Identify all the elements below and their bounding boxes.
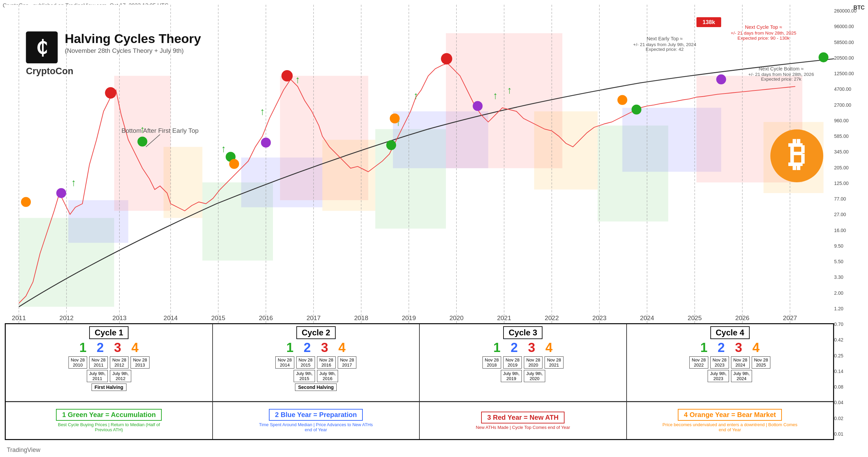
cycle1-date-jul2: July 9th,2012: [110, 370, 131, 382]
cycle3-title: Cycle 3: [503, 326, 542, 339]
cycle1-num2: 2: [97, 340, 104, 355]
green-year-sublabel: Best Cycle Buying Prices | Return to Med…: [51, 422, 166, 432]
svg-text:Expected price: 27k: Expected price: 27k: [761, 77, 801, 82]
cycle3-num2: 2: [511, 340, 518, 355]
orange-year-section: 4 Orange Year = Bear Market Price become…: [627, 402, 833, 439]
cycle1-num3: 3: [114, 340, 121, 355]
cycle1-halving-label: First Halving: [92, 383, 126, 391]
svg-text:↑: ↑: [260, 106, 265, 117]
svg-point-59: [716, 75, 726, 84]
svg-text:↑: ↑: [71, 177, 76, 188]
cycle4-title: Cycle 4: [710, 326, 750, 339]
cycle2-num2: 2: [304, 340, 311, 355]
cycle3-date-nov1: Nov 282018: [482, 356, 501, 369]
svg-text:Expected price: 42: Expected price: 42: [646, 47, 684, 52]
svg-text:2016: 2016: [259, 314, 273, 321]
red-year-sublabel: New ATHs Made | Cycle Top Comes end of Y…: [476, 425, 570, 430]
cycle4-num4: 4: [752, 340, 760, 355]
svg-point-44: [137, 137, 147, 146]
cycle2-block: Cycle 2 1 2 3 4 Nov 282014 Nov 282015 No…: [213, 324, 420, 401]
cycle2-num4: 4: [338, 340, 346, 355]
cycle2-num1: 1: [286, 340, 293, 355]
orange-year-label: 4 Orange Year = Bear Market: [678, 409, 782, 421]
svg-text:CryptoCon: CryptoCon: [26, 65, 73, 76]
cycle4-block: Cycle 4 1 2 3 4 Nov 282022 Nov 282023 No…: [627, 324, 833, 401]
green-year-label: 1 Green Year = Accumulation: [56, 409, 162, 421]
cycle3-date-jul2: July 9th,2020: [524, 370, 545, 382]
svg-rect-8: [322, 140, 375, 211]
svg-point-47: [632, 105, 642, 115]
svg-text:2026: 2026: [735, 314, 750, 321]
svg-point-58: [473, 101, 482, 111]
tradingview-label: TradingView: [7, 446, 40, 454]
svg-text:+/- 21 days from Nov 28th, 202: +/- 21 days from Nov 28th, 2025: [731, 30, 796, 36]
cycle2-num3: 3: [321, 340, 328, 355]
svg-text:2024: 2024: [640, 314, 654, 321]
svg-text:2014: 2014: [163, 314, 178, 321]
y-axis-currency-label: BTC: [853, 5, 865, 11]
cycle3-num3: 3: [528, 340, 535, 355]
svg-point-53: [229, 159, 239, 169]
cycle2-date-nov2: Nov 282015: [296, 356, 315, 369]
bitcoin-logo: ₿: [770, 129, 824, 183]
svg-point-49: [105, 87, 116, 99]
blue-year-sublabel: Time Spent Around Median | Price Advance…: [258, 422, 374, 432]
svg-text:138k: 138k: [703, 19, 715, 25]
svg-text:↑: ↑: [221, 143, 226, 154]
cycle1-date-nov2: Nov 282011: [89, 356, 108, 369]
svg-text:(November 28th Cycles Theory +: (November 28th Cycles Theory + July 9th): [65, 47, 184, 54]
cycle4-date-nov1: Nov 282022: [689, 356, 708, 369]
svg-rect-12: [534, 111, 597, 190]
cycle2-title: Cycle 2: [296, 326, 336, 339]
svg-point-46: [386, 140, 396, 150]
cycle3-block: Cycle 3 1 2 3 4 Nov 282018 Nov 282019 No…: [420, 324, 627, 401]
orange-year-sublabel: Price becomes undervalued and enters a d…: [662, 422, 798, 432]
svg-text:2020: 2020: [449, 314, 463, 321]
cycle1-num1: 1: [79, 340, 86, 355]
cycle1-date-nov1: Nov 282010: [68, 356, 87, 369]
blue-year-label: 2 Blue Year = Preparation: [269, 409, 363, 421]
svg-text:↑: ↑: [493, 90, 498, 101]
cycle4-num3: 3: [735, 340, 742, 355]
svg-text:2015: 2015: [211, 314, 225, 321]
svg-text:Next Cycle Bottom ≈: Next Cycle Bottom ≈: [759, 66, 804, 71]
svg-text:Next Cycle Top ≈: Next Cycle Top ≈: [745, 24, 782, 30]
cycle1-num4: 4: [131, 340, 138, 355]
cycle3-date-jul1: July 9th,2019: [501, 370, 522, 382]
svg-point-55: [617, 95, 627, 105]
svg-text:↑: ↑: [295, 74, 300, 85]
svg-text:2022: 2022: [545, 314, 559, 321]
cycle4-date-jul1: July 9th,2023: [708, 370, 729, 382]
cycle3-num1: 1: [493, 340, 500, 355]
svg-point-52: [21, 197, 31, 207]
red-year-section: 3 Red Year = New ATH New ATHs Made | Cyc…: [420, 402, 627, 439]
svg-text:2021: 2021: [497, 314, 511, 321]
cycle4-date-jul2: July 9th,2024: [731, 370, 752, 382]
main-chart-svg: ↑ ↑ ↑ ↑ ↑ ↑ ↑ ↑ ↑ ↑ 138k Botto: [5, 5, 834, 325]
svg-text:↑: ↑: [507, 85, 512, 96]
svg-text:2018: 2018: [354, 314, 368, 321]
cycle2-date-jul1: July 9th,2015: [294, 370, 315, 382]
svg-point-48: [818, 53, 828, 62]
green-year-section: 1 Green Year = Accumulation Best Cycle B…: [6, 402, 213, 439]
cycle3-date-nov4: Nov 282021: [545, 356, 563, 369]
svg-text:₿: ₿: [788, 135, 805, 173]
svg-text:₵: ₵: [36, 37, 47, 58]
svg-text:+/- 21 days from July 9th, 202: +/- 21 days from July 9th, 2024: [633, 42, 696, 47]
cycle4-date-nov3: Nov 282024: [731, 356, 750, 369]
cycle2-halving-label: Second Halving: [295, 383, 337, 391]
svg-text:↑: ↑: [413, 90, 418, 101]
cycle1-title: Cycle 1: [89, 326, 129, 339]
cycle2-date-nov3: Nov 282016: [317, 356, 336, 369]
svg-rect-4: [163, 147, 202, 218]
svg-point-54: [390, 113, 400, 123]
svg-text:2011: 2011: [12, 314, 26, 321]
red-year-label: 3 Red Year = New ATH: [481, 412, 565, 423]
svg-text:2012: 2012: [59, 314, 74, 321]
svg-text:2013: 2013: [112, 314, 126, 321]
y-axis: 260000.00 96000.00 58500.00 20500.00 125…: [833, 5, 863, 440]
svg-text:2023: 2023: [592, 314, 607, 321]
cycle4-date-nov2: Nov 282023: [710, 356, 729, 369]
svg-text:2019: 2019: [402, 314, 416, 321]
cycle3-date-nov3: Nov 282020: [524, 356, 542, 369]
